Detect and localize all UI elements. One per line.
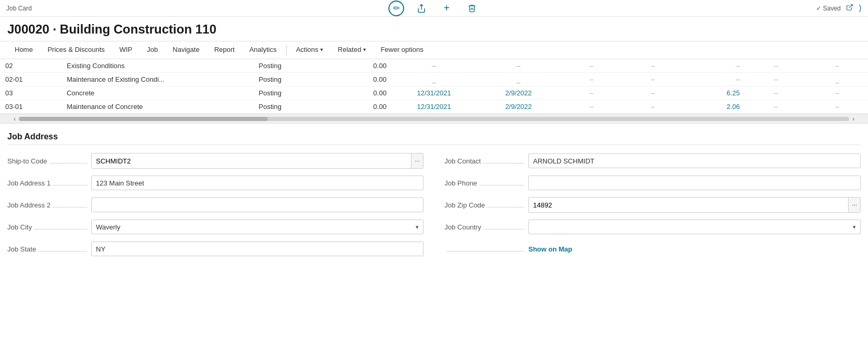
toolbar-icons: ✏ + bbox=[388, 1, 480, 16]
table-row: 02-01Maintenance of Existing Condi...Pos… bbox=[0, 73, 868, 86]
job-state-input[interactable] bbox=[91, 242, 424, 256]
nav-menu: Home Prices & Discounts WIP Job Navigate… bbox=[0, 41, 868, 59]
scrollbar-track[interactable] bbox=[19, 117, 849, 121]
job-address2-input[interactable] bbox=[91, 198, 424, 212]
right-column: Job Contact Job Phone Job Zip Code ··· bbox=[444, 152, 861, 262]
job-zip-label: Job Zip Code bbox=[444, 201, 528, 209]
job-zip-dots-btn[interactable]: ··· bbox=[848, 198, 860, 212]
job-address2-row: Job Address 2 bbox=[7, 196, 424, 213]
job-country-select[interactable] bbox=[529, 220, 860, 234]
job-address1-input[interactable] bbox=[91, 176, 424, 190]
job-address2-label: Job Address 2 bbox=[7, 201, 91, 209]
ship-to-code-row: Ship-to Code ··· bbox=[7, 152, 424, 169]
nav-job[interactable]: Job bbox=[139, 41, 165, 59]
job-country-select-wrapper[interactable]: ▾ bbox=[528, 220, 861, 234]
ship-to-code-dots-btn[interactable]: ··· bbox=[411, 154, 423, 168]
nav-home[interactable]: Home bbox=[7, 41, 40, 59]
show-on-map-link[interactable]: Show on Map bbox=[528, 245, 572, 253]
ship-to-code-input-wrapper[interactable]: ··· bbox=[91, 153, 424, 169]
table-row: 02Existing ConditionsPosting0.00––––––– bbox=[0, 59, 868, 73]
section-title: Job Address bbox=[7, 132, 861, 145]
nav-navigate[interactable]: Navigate bbox=[165, 41, 207, 59]
job-zip-input-wrapper[interactable]: ··· bbox=[528, 197, 861, 213]
show-on-map-spacer bbox=[444, 245, 528, 253]
nav-analytics[interactable]: Analytics bbox=[242, 41, 284, 59]
job-address1-label: Job Address 1 bbox=[7, 179, 91, 187]
job-country-label: Job Country bbox=[444, 223, 528, 231]
table-row: 03-01Maintenance of ConcretePosting0.001… bbox=[0, 100, 868, 114]
scroll-left-icon[interactable]: ‹ bbox=[10, 115, 19, 123]
related-chevron: ▾ bbox=[363, 47, 366, 52]
top-bar-right: ✓ Saved ⟩ bbox=[816, 3, 862, 13]
page-title: J00020 · Building Construction 110 bbox=[0, 17, 868, 41]
show-on-map-row: Show on Map bbox=[444, 240, 861, 257]
table-area: 02Existing ConditionsPosting0.00–––––––0… bbox=[0, 59, 868, 114]
nav-separator bbox=[286, 45, 287, 56]
job-address-section: Job Address Ship-to Code ··· Job Address… bbox=[0, 124, 868, 268]
job-lines-table: 02Existing ConditionsPosting0.00–––––––0… bbox=[0, 59, 868, 114]
scroll-right-icon[interactable]: › bbox=[849, 115, 858, 123]
job-state-row: Job State bbox=[7, 240, 424, 257]
ship-to-code-input[interactable] bbox=[92, 154, 411, 168]
nav-actions[interactable]: Actions ▾ bbox=[289, 41, 331, 59]
scrollbar-thumb[interactable] bbox=[19, 117, 268, 121]
job-phone-label: Job Phone bbox=[444, 179, 528, 187]
form-grid: Ship-to Code ··· Job Address 1 Job Addre… bbox=[7, 152, 861, 262]
job-state-label: Job State bbox=[7, 245, 91, 253]
nav-wip[interactable]: WIP bbox=[112, 41, 140, 59]
job-contact-input[interactable] bbox=[528, 154, 861, 168]
job-phone-input[interactable] bbox=[528, 176, 861, 190]
left-column: Ship-to Code ··· Job Address 1 Job Addre… bbox=[7, 152, 424, 262]
job-city-row: Job City Waverly ▾ bbox=[7, 218, 424, 235]
add-icon[interactable]: + bbox=[439, 1, 454, 16]
job-city-select-wrapper[interactable]: Waverly ▾ bbox=[91, 220, 424, 234]
job-city-select[interactable]: Waverly bbox=[92, 220, 423, 234]
open-new-icon[interactable] bbox=[846, 4, 853, 13]
nav-related[interactable]: Related ▾ bbox=[330, 41, 373, 59]
actions-chevron: ▾ bbox=[320, 47, 323, 52]
job-phone-row: Job Phone bbox=[444, 174, 861, 191]
job-contact-row: Job Contact bbox=[444, 152, 861, 169]
nav-fewer-options[interactable]: Fewer options bbox=[373, 41, 431, 59]
ship-to-code-label: Ship-to Code bbox=[7, 157, 91, 165]
nav-prices[interactable]: Prices & Discounts bbox=[40, 41, 112, 59]
job-zip-input[interactable] bbox=[529, 198, 848, 212]
expand-icon[interactable]: ⟩ bbox=[859, 3, 862, 13]
top-bar: Job Card ✏ + ✓ Saved ⟩ bbox=[0, 0, 868, 17]
edit-icon[interactable]: ✏ bbox=[388, 1, 404, 16]
scrollbar-area: ‹ › bbox=[0, 114, 868, 124]
svg-line-1 bbox=[849, 5, 852, 8]
delete-icon[interactable] bbox=[464, 1, 480, 16]
job-city-label: Job City bbox=[7, 223, 91, 231]
page-label: Job Card bbox=[6, 5, 32, 12]
job-zip-row: Job Zip Code ··· bbox=[444, 196, 861, 213]
saved-label: ✓ Saved bbox=[816, 5, 841, 12]
share-icon[interactable] bbox=[414, 1, 429, 16]
job-contact-label: Job Contact bbox=[444, 157, 528, 165]
job-country-row: Job Country ▾ bbox=[444, 218, 861, 235]
job-address1-row: Job Address 1 bbox=[7, 174, 424, 191]
nav-report[interactable]: Report bbox=[207, 41, 242, 59]
table-row: 03ConcretePosting0.0012/31/20212/9/2022–… bbox=[0, 86, 868, 100]
